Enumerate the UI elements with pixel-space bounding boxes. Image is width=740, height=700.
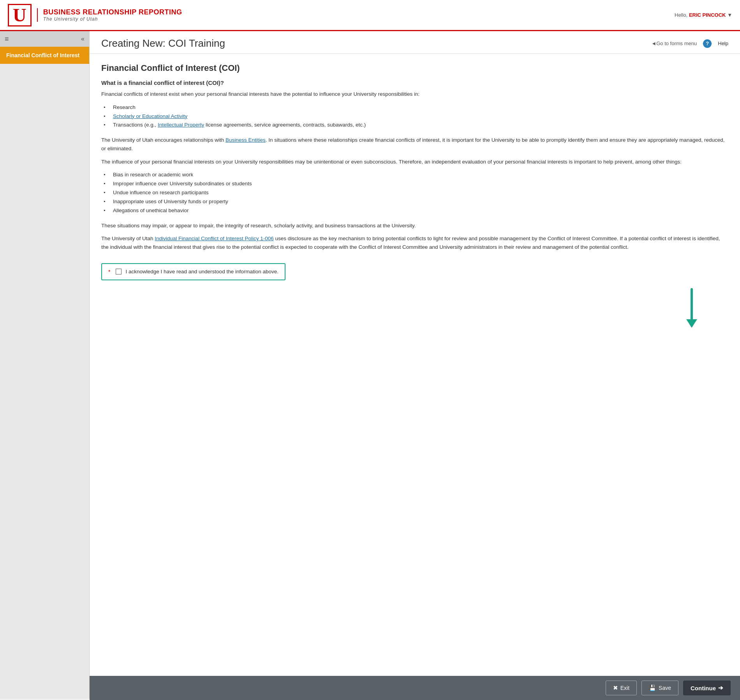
subsection-title: What is a financial conflict of interest… xyxy=(101,79,728,86)
greeting-text: Hello, xyxy=(675,12,687,18)
para2: The influence of your personal financial… xyxy=(101,158,728,166)
save-icon: 💾 xyxy=(649,684,656,691)
dropdown-icon[interactable]: ▼ xyxy=(727,12,732,18)
para1: The University of Utah encourages relati… xyxy=(101,136,728,153)
page-title: Creating New: COI Training xyxy=(101,37,225,49)
save-button[interactable]: 💾 Save xyxy=(641,681,678,695)
scholarly-link[interactable]: Scholarly or Educational Activity xyxy=(113,113,187,119)
app-subtitle: The University of Utah xyxy=(43,16,182,22)
arrow-line xyxy=(691,288,693,319)
help-icon[interactable]: ? xyxy=(703,39,712,48)
sidebar: ≡ « Financial Conflict of Interest xyxy=(0,31,90,699)
business-entities-link[interactable]: Business Entities xyxy=(226,137,266,143)
collapse-icon[interactable]: « xyxy=(81,35,85,42)
sidebar-top-bar: ≡ « xyxy=(0,31,89,47)
header-actions: ◄Go to forms menu ? Help xyxy=(651,39,728,48)
exit-button[interactable]: ✖ Exit xyxy=(606,681,637,695)
list-item: Undue influence on research participants xyxy=(109,188,728,197)
para4: The University of Utah Individual Financ… xyxy=(101,234,728,251)
sidebar-item-financial-conflict[interactable]: Financial Conflict of Interest xyxy=(0,47,89,64)
list-item: Bias in research or academic work xyxy=(109,171,728,179)
list-item: Improper influence over University subor… xyxy=(109,179,728,188)
user-name-link[interactable]: ERIC PINCOCK xyxy=(689,12,726,18)
header-user: Hello, ERIC PINCOCK ▼ xyxy=(675,12,732,18)
hamburger-icon[interactable]: ≡ xyxy=(5,35,9,43)
intellectual-property-link[interactable]: Intellectual Property xyxy=(158,122,204,128)
bullet-list-2: Bias in research or academic work Improp… xyxy=(109,171,728,215)
arrow-head xyxy=(686,319,697,328)
main-layout: ≡ « Financial Conflict of Interest Creat… xyxy=(0,31,740,699)
intro-text: Financial conflicts of interest exist wh… xyxy=(101,90,728,98)
continue-button[interactable]: Continue ➔ xyxy=(683,681,731,695)
continue-label: Continue xyxy=(691,685,716,691)
acknowledge-section: * I acknowledge I have read and understo… xyxy=(101,263,285,280)
help-label[interactable]: Help xyxy=(718,40,728,46)
list-item: Allegations of unethical behavior xyxy=(109,206,728,215)
list-item: Transactions (e.g., Intellectual Propert… xyxy=(109,121,728,130)
policy-link[interactable]: Individual Financial Conflict of Interes… xyxy=(155,236,273,241)
header-title-block: BUSINESS RELATIONSHIP REPORTING The Univ… xyxy=(37,8,182,22)
list-item: Research xyxy=(109,103,728,112)
bullet-list-1: Research Scholarly or Educational Activi… xyxy=(109,103,728,130)
save-label: Save xyxy=(659,685,671,691)
university-logo: U xyxy=(8,4,32,26)
header-left: U BUSINESS RELATIONSHIP REPORTING The Un… xyxy=(8,4,182,26)
teal-arrow xyxy=(686,288,697,328)
footer-bar: ✖ Exit 💾 Save Continue ➔ xyxy=(90,676,740,700)
acknowledge-label: I acknowledge I have read and understood… xyxy=(125,269,278,274)
main-content: Creating New: COI Training ◄Go to forms … xyxy=(90,31,740,699)
main-header: Creating New: COI Training ◄Go to forms … xyxy=(90,31,740,54)
arrow-annotation xyxy=(101,288,728,328)
exit-icon: ✖ xyxy=(613,684,618,691)
section-title: Financial Conflict of Interest (COI) xyxy=(101,63,728,73)
content-area: Financial Conflict of Interest (COI) Wha… xyxy=(90,54,740,699)
acknowledge-checkbox[interactable] xyxy=(116,269,122,274)
app-header: U BUSINESS RELATIONSHIP REPORTING The Un… xyxy=(0,0,740,31)
go-to-forms-link[interactable]: ◄Go to forms menu xyxy=(651,40,697,46)
continue-icon: ➔ xyxy=(718,684,723,691)
para3: These situations may impair, or appear t… xyxy=(101,222,728,230)
exit-label: Exit xyxy=(620,685,629,691)
required-star: * xyxy=(108,269,110,275)
list-item: Scholarly or Educational Activity xyxy=(109,112,728,121)
app-title: BUSINESS RELATIONSHIP REPORTING xyxy=(43,8,182,16)
list-item: Inappropriate uses of University funds o… xyxy=(109,197,728,206)
